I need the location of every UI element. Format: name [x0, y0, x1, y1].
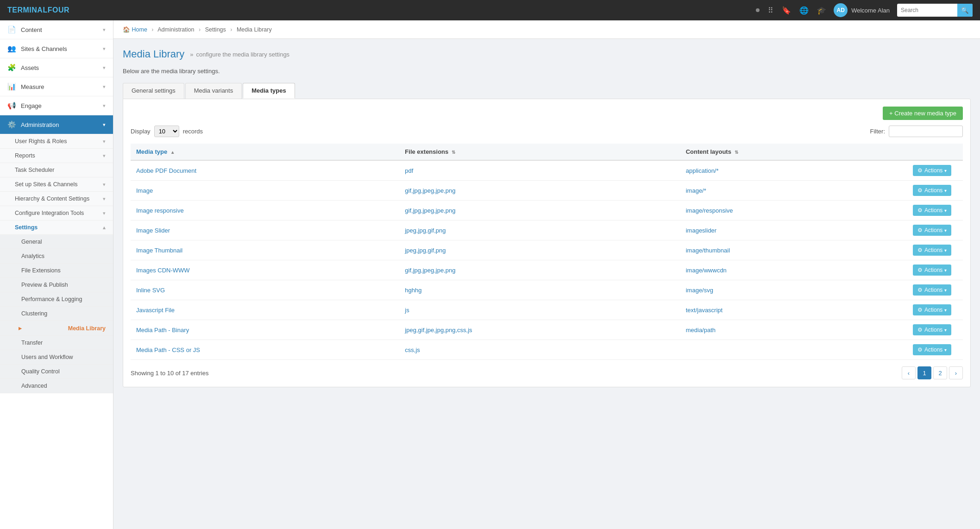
sidebar-item-file-extensions[interactable]: File Extensions	[0, 264, 113, 278]
cell-media-type: Image Thumbnail	[131, 240, 399, 260]
chevron-down-icon: ▾	[103, 46, 106, 52]
actions-button[interactable]: ⚙ Actions ▾	[913, 205, 951, 216]
content-layout-link[interactable]: image/*	[686, 187, 706, 194]
media-type-link[interactable]: Adobe PDF Document	[136, 167, 196, 174]
actions-button[interactable]: ⚙ Actions ▾	[913, 165, 951, 176]
tab-general-settings[interactable]: General settings	[123, 83, 184, 99]
actions-button[interactable]: ⚙ Actions ▾	[913, 284, 951, 296]
content-layout-link[interactable]: imageslider	[686, 227, 716, 234]
media-type-link[interactable]: Images CDN-WWW	[136, 267, 190, 274]
caret-down-icon: ▾	[944, 288, 947, 293]
content-layout-link[interactable]: application/*	[686, 167, 719, 174]
tab-media-types[interactable]: Media types	[243, 83, 295, 99]
sidebar-item-clustering[interactable]: Clustering	[0, 307, 113, 321]
col-header-file-extensions: File extensions ⇅	[399, 144, 680, 160]
file-ext-link[interactable]: pdf	[405, 167, 413, 174]
sidebar-item-engage[interactable]: 📢 Engage ▾	[0, 96, 113, 115]
gear-icon: ⚙	[917, 346, 923, 353]
actions-button[interactable]: ⚙ Actions ▾	[913, 304, 951, 315]
hierarchy-icon[interactable]: ⠿	[768, 6, 773, 15]
media-type-link[interactable]: Inline SVG	[136, 287, 165, 294]
actions-button[interactable]: ⚙ Actions ▾	[913, 324, 951, 335]
records-per-page-select[interactable]: 10 25 50 100	[154, 126, 179, 137]
file-ext-link[interactable]: jpeg,jpg,gif,png	[405, 247, 446, 254]
filter-input[interactable]	[889, 126, 963, 137]
actions-button[interactable]: ⚙ Actions ▾	[913, 245, 951, 256]
actions-button[interactable]: ⚙ Actions ▾	[913, 264, 951, 276]
sidebar-item-assets[interactable]: 🧩 Assets ▾	[0, 58, 113, 77]
pagination-next[interactable]: ›	[949, 366, 963, 379]
sidebar-item-users-workflow[interactable]: Users and Workflow	[0, 350, 113, 365]
bookmark-icon[interactable]: 🔖	[782, 6, 791, 15]
gear-icon: ⚙	[917, 227, 923, 233]
media-type-link[interactable]: Media Path - CSS or JS	[136, 346, 200, 353]
sidebar-item-general[interactable]: General	[0, 235, 113, 249]
caret-down-icon: ▾	[944, 268, 947, 273]
file-ext-link[interactable]: js	[405, 307, 409, 314]
file-ext-link[interactable]: gif,jpg,jpeg,jpe,png	[405, 207, 455, 214]
pagination-page-1[interactable]: 1	[917, 366, 931, 379]
search-button[interactable]: 🔍	[957, 4, 973, 17]
sidebar-item-reports[interactable]: Reports ▾	[0, 149, 113, 163]
cell-file-ext: gif,jpg,jpeg,jpe,png	[399, 181, 680, 201]
sort-media-type[interactable]: Media type	[136, 148, 167, 155]
cell-media-type: Inline SVG	[131, 280, 399, 300]
user-avatar[interactable]: AD	[834, 3, 848, 17]
sidebar-item-preview-publish[interactable]: Preview & Publish	[0, 278, 113, 292]
sidebar-item-transfer[interactable]: Transfer	[0, 336, 113, 350]
content-layout-link[interactable]: media/path	[686, 327, 716, 334]
sidebar-item-task-scheduler[interactable]: Task Scheduler	[0, 163, 113, 177]
sidebar-item-hierarchy[interactable]: Hierarchy & Content Settings ▾	[0, 192, 113, 206]
file-ext-link[interactable]: gif,jpg,jpeg,jpe,png	[405, 267, 455, 274]
sidebar-item-sites[interactable]: 👥 Sites & Channels ▾	[0, 39, 113, 58]
sidebar-item-user-rights[interactable]: User Rights & Roles ▾	[0, 134, 113, 149]
content-layout-link[interactable]: image/responsive	[686, 207, 733, 214]
cell-content-layout: application/*	[680, 160, 907, 181]
breadcrumb-home[interactable]: Home	[132, 26, 147, 33]
file-ext-link[interactable]: jpeg,gif,jpe,jpg,png,css,js	[405, 327, 472, 334]
sidebar-item-configure-integration[interactable]: Configure Integration Tools ▾	[0, 206, 113, 220]
sidebar-item-media-library[interactable]: ▸ Media Library	[0, 321, 113, 336]
tab-media-variants[interactable]: Media variants	[185, 83, 242, 99]
media-type-link[interactable]: Image responsive	[136, 207, 184, 214]
table-row: Images CDN-WWW gif,jpg,jpeg,jpe,png imag…	[131, 260, 963, 280]
sidebar-item-performance-logging[interactable]: Performance & Logging	[0, 292, 113, 307]
media-type-link[interactable]: Image Thumbnail	[136, 247, 182, 254]
sidebar-item-administration[interactable]: ⚙️ Administration ▾	[0, 115, 113, 134]
home-icon: 🏠	[123, 26, 130, 33]
media-type-link[interactable]: Media Path - Binary	[136, 327, 189, 334]
tabs-bar: General settings Media variants Media ty…	[123, 83, 971, 99]
chevron-down-icon: ▾	[103, 27, 106, 33]
content-layout-link[interactable]: image/wwwcdn	[686, 267, 727, 274]
media-type-link[interactable]: Image Slider	[136, 227, 170, 234]
sidebar-item-content[interactable]: 📄 Content ▾	[0, 20, 113, 39]
admin-submenu: User Rights & Roles ▾ Reports ▾ Task Sch…	[0, 134, 113, 393]
col-header-media-type: Media type ▲	[131, 144, 399, 160]
sidebar-item-settings[interactable]: Settings ▴	[0, 220, 113, 235]
cell-actions: ⚙ Actions ▾	[907, 340, 963, 360]
actions-button[interactable]: ⚙ Actions ▾	[913, 225, 951, 236]
sidebar-item-quality-control[interactable]: Quality Control	[0, 365, 113, 379]
file-ext-link[interactable]: css,js	[405, 346, 420, 353]
media-type-link[interactable]: Image	[136, 187, 153, 194]
actions-button[interactable]: ⚙ Actions ▾	[913, 185, 951, 196]
content-layout-link[interactable]: text/javascript	[686, 307, 722, 314]
pagination-page-2[interactable]: 2	[933, 366, 947, 379]
file-ext-link[interactable]: gif,jpg,jpeg,jpe,png	[405, 187, 455, 194]
file-ext-link[interactable]: jpeg,jpg,gif,png	[405, 227, 446, 234]
actions-button[interactable]: ⚙ Actions ▾	[913, 344, 951, 355]
sidebar-item-set-up-sites[interactable]: Set up Sites & Channels ▾	[0, 177, 113, 192]
pagination-prev[interactable]: ‹	[902, 366, 916, 379]
content-layout-link[interactable]: image/thumbnail	[686, 247, 730, 254]
globe-icon[interactable]: 🌐	[799, 6, 809, 15]
cell-file-ext: jpeg,jpg,gif,png	[399, 240, 680, 260]
sidebar-item-analytics[interactable]: Analytics	[0, 249, 113, 264]
file-ext-link[interactable]: hghhg	[405, 287, 421, 294]
create-media-type-button[interactable]: + Create new media type	[883, 107, 963, 120]
sidebar-item-measure[interactable]: 📊 Measure ▾	[0, 77, 113, 96]
graduation-icon[interactable]: 🎓	[817, 6, 826, 15]
sidebar-item-advanced[interactable]: Advanced	[0, 379, 113, 393]
search-input[interactable]	[897, 7, 957, 13]
media-type-link[interactable]: Javascript File	[136, 307, 175, 314]
content-layout-link[interactable]: image/svg	[686, 287, 713, 294]
